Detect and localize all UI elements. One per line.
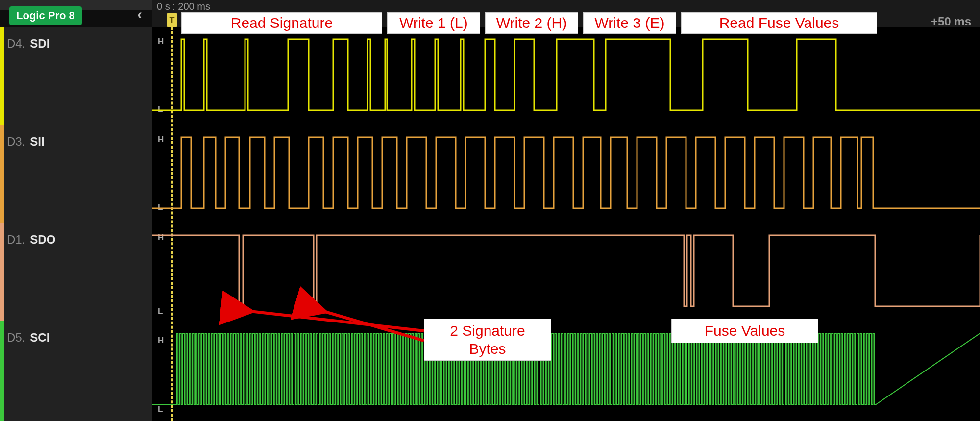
channel-sidebar: D4. SDI D3. SII D1. SDO D5. SCI — [0, 27, 152, 421]
time-origin-label: 0 s : 200 ms — [157, 1, 210, 12]
channel-name: SCI — [30, 331, 49, 345]
annotation-phase: Write 1 (L) — [387, 12, 480, 34]
annotation-text: Bytes — [469, 340, 506, 358]
annotation-phase: Read Fuse Values — [681, 12, 877, 34]
waveform-sci — [152, 328, 980, 412]
waveform-sdi — [152, 34, 980, 118]
back-chevron-icon[interactable]: ‹ — [137, 6, 142, 23]
annotation-signature-bytes: 2 Signature Bytes — [424, 319, 551, 361]
waveform-canvas[interactable]: T H L H L H L H L Read SignatureWrite 1 … — [152, 27, 980, 421]
device-badge[interactable]: Logic Pro 8 — [9, 6, 82, 25]
annotation-text: 2 Signature — [450, 322, 525, 340]
channel-index: D5. — [7, 331, 25, 345]
channel-name: SDI — [30, 37, 49, 50]
channel-row-sdi[interactable]: D4. SDI — [0, 32, 152, 50]
time-offset-label: +50 ms — [931, 15, 971, 28]
channel-row-sci[interactable]: D5. SCI — [0, 326, 152, 345]
annotation-phase: Write 3 (E) — [583, 12, 676, 34]
trigger-flag[interactable]: T — [167, 13, 177, 27]
waveform-sdo — [152, 230, 980, 314]
channel-name: SII — [30, 135, 44, 149]
channel-index: D4. — [7, 37, 25, 50]
annotation-phase: Write 2 (H) — [485, 12, 578, 34]
channel-row-sdo[interactable]: D1. SDO — [0, 228, 152, 247]
channel-index: D1. — [7, 233, 25, 247]
app-root: 0 s : 200 ms +50 ms Logic Pro 8 ‹ D4. SD… — [0, 0, 980, 421]
annotation-fuse-values: Fuse Values — [671, 319, 818, 343]
channel-name: SDO — [30, 233, 55, 247]
svg-line-0 — [250, 311, 424, 331]
channel-index: D3. — [7, 135, 25, 149]
channel-row-sii[interactable]: D3. SII — [0, 130, 152, 149]
waveform-sii — [152, 132, 980, 216]
annotation-phase: Read Signature — [181, 12, 382, 34]
